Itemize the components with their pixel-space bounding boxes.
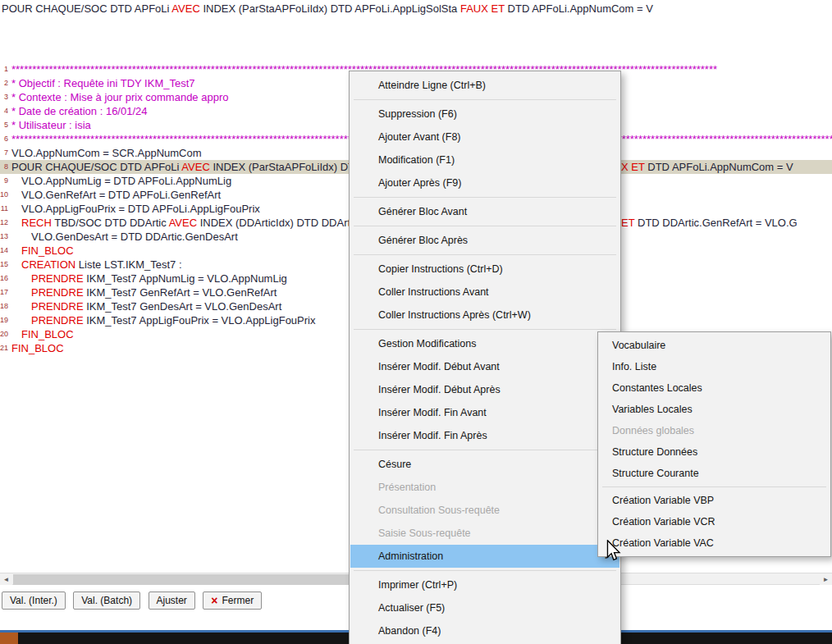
val-batch-button[interactable]: Val. (Batch) (73, 591, 140, 610)
code-segment: RECH (21, 217, 52, 229)
code-text-fragment: X ET DTD APFoLi.AppNumCom = V (621, 160, 793, 174)
line-number: 15 (0, 258, 8, 272)
submenu-item-variables-locales[interactable]: Variables Locales (599, 399, 830, 420)
bottom-toolbar: Val. (Inter.) Val. (Batch) Ajuster ×Ferm… (2, 591, 266, 610)
submenu-item-info-liste[interactable]: Info. Liste (599, 356, 830, 377)
code-segment: VLO.AppNumLig = DTD APFoLi.AppNumLig (21, 175, 231, 187)
code-segment: INDEX (ParStaAPFoLiIdx) DTD APFoLi.AppLi… (200, 2, 460, 15)
menu-item-cesure[interactable]: Césure (350, 453, 619, 476)
code-text: PRENDRE IKM_Test7 AppNumLig = VLO.AppNum… (31, 272, 287, 285)
context-menu: Atteindre Ligne (Ctrl+B)Suppression (F6)… (349, 71, 621, 644)
menu-item-presentation: Présentation (350, 476, 619, 499)
menu-item-copier-instructions-ctrl-d[interactable]: Copier Instructions (Ctrl+D) (350, 258, 619, 281)
code-text: FIN_BLOC (11, 341, 64, 355)
menu-item-label: Gestion Modifications (378, 338, 477, 349)
line-number: 16 (0, 272, 8, 285)
button-label: Fermer (222, 595, 254, 606)
scroll-right-icon[interactable]: ► (820, 574, 832, 585)
line-number: 17 (0, 285, 8, 299)
val-inter-button[interactable]: Val. (Inter.) (2, 591, 66, 610)
menu-item-label: Info. Liste (612, 361, 656, 372)
menu-item-generer-bloc-apres[interactable]: Générer Bloc Après (350, 229, 619, 252)
menu-item-actualiser-f5[interactable]: Actualiser (F5) (350, 596, 619, 619)
code-segment: ET (491, 2, 505, 15)
menu-item-ajouter-apres-f9[interactable]: Ajouter Après (F9) (350, 171, 619, 194)
code-segment: AVEC (169, 217, 197, 229)
code-text: * Objectif : Requête ini TDY IKM_Test7 (11, 76, 195, 90)
code-segment: TBD/SOC DTD DDArtic (52, 217, 169, 229)
menu-item-ajouter-avant-f8[interactable]: Ajouter Avant (F8) (350, 126, 619, 148)
line-number: 10 (0, 188, 8, 202)
menu-item-label: Structure Données (612, 446, 697, 458)
menu-item-label: Administration (378, 550, 443, 562)
code-segment: Liste LST.IKM_Test7 : (75, 258, 181, 271)
menu-separator (354, 197, 616, 198)
line-number: 13 (0, 230, 8, 244)
code-text: VLO.AppNumLig = DTD APFoLi.AppNumLig (21, 174, 231, 188)
ajuster-button[interactable]: Ajuster (149, 591, 195, 610)
submenu-item-creation-variable-vac[interactable]: Création Variable VAC (599, 532, 830, 554)
menu-item-inserer-modif-debut-avant[interactable]: Insérer Modif. Début Avant (350, 355, 619, 378)
menu-item-suppression-f6[interactable]: Suppression (F6) (350, 103, 619, 126)
taskbar-app-icon[interactable] (0, 633, 18, 644)
menu-item-label: Générer Bloc Avant (378, 206, 467, 217)
menu-item-label: Coller Instructions Avant (378, 286, 489, 298)
code-segment: AVEC (181, 161, 209, 173)
menu-item-label: Insérer Modif. Fin Après (378, 430, 487, 441)
submenu-item-vocabulaire[interactable]: Vocabulaire (599, 335, 830, 356)
submenu-item-creation-variable-vbp[interactable]: Création Variable VBP (599, 490, 830, 511)
menu-item-coller-instructions-avant[interactable]: Coller Instructions Avant (350, 281, 619, 304)
menu-item-abandon-f4[interactable]: Abandon (F4) (350, 619, 619, 642)
code-segment: FIN_BLOC (21, 328, 74, 340)
menu-item-administration[interactable]: Administration► (350, 545, 619, 568)
submenu-item-donnees-globales: Données globales (599, 420, 830, 441)
menu-item-label: Coller Instructions Après (Ctrl+W) (378, 309, 531, 321)
menu-item-label: Présentation (378, 482, 436, 493)
code-segment: POUR CHAQUE/SOC DTD APFoLi (2, 2, 171, 15)
menu-item-label: Générer Bloc Après (378, 235, 468, 246)
code-text: FIN_BLOC (21, 244, 74, 258)
line-number: 1 (0, 62, 8, 76)
code-segment: FAUX (460, 2, 488, 15)
line-number: 8 (0, 160, 8, 174)
code-segment: IKM_Test7 AppLigFouPrix = VLO.AppLigFouP… (84, 314, 316, 327)
fermer-button[interactable]: ×Fermer (203, 591, 262, 610)
scrollbar-thumb[interactable] (13, 574, 366, 585)
code-text: VLO.AppNumCom = SCR.AppNumCom (11, 146, 202, 160)
menu-item-atteindre-ligne-ctrl-b[interactable]: Atteindre Ligne (Ctrl+B) (350, 74, 619, 97)
line-number: 14 (0, 244, 8, 258)
line-number: 20 (0, 327, 8, 341)
code-segment: VLO.AppNumCom = SCR.AppNumCom (11, 147, 202, 159)
menu-item-modification-f1[interactable]: Modification (F1) (350, 148, 619, 171)
code-text: FIN_BLOC (21, 327, 74, 341)
code-text: PRENDRE IKM_Test7 AppLigFouPrix = VLO.Ap… (31, 313, 315, 327)
menu-item-coller-instructions-apres-ctrl-w[interactable]: Coller Instructions Après (Ctrl+W) (350, 304, 619, 327)
code-segment: * Contexte : Mise à jour prix commande a… (11, 91, 228, 103)
submenu-item-structure-courante[interactable]: Structure Courante (599, 463, 830, 484)
application-window: POUR CHAQUE/SOC DTD APFoLi AVEC INDEX (P… (0, 0, 832, 644)
menu-item-label: Insérer Modif. Début Avant (378, 361, 500, 372)
code-segment: PRENDRE (31, 272, 84, 285)
menu-item-inserer-modif-fin-apres[interactable]: Insérer Modif. Fin Après (350, 424, 619, 447)
menu-item-label: Insérer Modif. Début Après (378, 384, 501, 395)
code-text: PRENDRE IKM_Test7 GenRefArt = VLO.GenRef… (31, 285, 277, 299)
menu-item-inserer-modif-fin-avant[interactable]: Insérer Modif. Fin Avant (350, 401, 619, 424)
code-text: * Contexte : Mise à jour prix commande a… (11, 90, 228, 104)
menu-item-label: Ajouter Après (F9) (378, 177, 461, 189)
code-text-fragment: ET DTD DDArtic.GenRefArt = VLO.G (621, 216, 798, 230)
menu-item-gestion-modifications[interactable]: Gestion Modifications (350, 332, 619, 355)
scroll-left-icon[interactable]: ◄ (0, 574, 12, 585)
submenu-item-constantes-locales[interactable]: Constantes Locales (599, 377, 830, 399)
menu-item-generer-bloc-avant[interactable]: Générer Bloc Avant (350, 200, 619, 223)
button-label: Ajuster (157, 595, 187, 606)
line-number: 21 (0, 341, 8, 355)
menu-item-imprimer-ctrl-p[interactable]: Imprimer (Ctrl+P) (350, 573, 619, 596)
menu-item-inserer-modif-debut-apres[interactable]: Insérer Modif. Début Après (350, 378, 619, 401)
code-segment: PRENDRE (31, 300, 84, 313)
menu-item-label: Variables Locales (612, 404, 693, 415)
submenu-item-structure-donnees[interactable]: Structure Données (599, 441, 830, 463)
submenu-item-creation-variable-vcr[interactable]: Création Variable VCR (599, 511, 830, 532)
line-number: 2 (0, 76, 8, 90)
menu-item-label: Saisie Sous-requête (378, 528, 471, 539)
menu-item-label: Césure (378, 459, 411, 470)
